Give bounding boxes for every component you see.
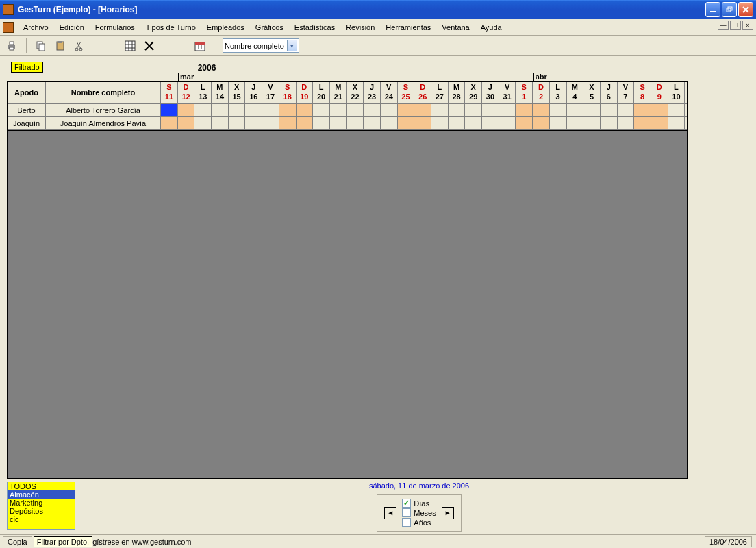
day-header[interactable]: S18 xyxy=(279,82,297,103)
day-header[interactable]: V24 xyxy=(381,82,398,103)
table-row[interactable]: BertoAlberto Torrero García xyxy=(8,104,687,117)
schedule-cell[interactable] xyxy=(516,117,533,129)
day-header[interactable]: D12 xyxy=(178,82,195,103)
schedule-cell[interactable] xyxy=(414,104,431,116)
menu-formularios[interactable]: Formularios xyxy=(90,22,140,33)
mdi-minimize-button[interactable]: — xyxy=(718,21,729,30)
schedule-cell[interactable] xyxy=(313,117,330,129)
schedule-cell[interactable] xyxy=(212,117,229,129)
schedule-cell[interactable] xyxy=(262,117,279,129)
menu-archivo[interactable]: Archivo xyxy=(18,22,54,33)
print-button[interactable] xyxy=(4,38,19,53)
schedule-cell[interactable] xyxy=(651,104,668,116)
day-header[interactable]: S8 xyxy=(634,82,651,103)
schedule-cell[interactable] xyxy=(297,117,314,129)
schedule-cell[interactable] xyxy=(567,104,584,116)
menu-gráficos[interactable]: Gráficos xyxy=(250,22,289,33)
schedule-cell[interactable] xyxy=(533,117,550,129)
schedule-cell[interactable] xyxy=(330,104,347,116)
day-header[interactable]: X5 xyxy=(583,82,601,103)
day-header[interactable]: J23 xyxy=(364,82,381,103)
filter-indicator[interactable]: Filtrado xyxy=(11,62,43,73)
day-header[interactable]: J16 xyxy=(245,82,262,103)
schedule-cell[interactable] xyxy=(668,104,685,116)
menu-tipos de turno[interactable]: Tipos de Turno xyxy=(140,22,201,33)
schedule-cell[interactable] xyxy=(634,104,651,116)
schedule-cell[interactable] xyxy=(262,104,279,116)
cell-nombre[interactable]: Alberto Torrero García xyxy=(46,104,161,116)
anos-checkbox[interactable] xyxy=(402,518,411,527)
schedule-cell[interactable] xyxy=(297,104,314,116)
day-header[interactable]: L3 xyxy=(550,82,567,103)
schedule-cell[interactable] xyxy=(465,117,482,129)
schedule-cell[interactable] xyxy=(499,117,516,129)
schedule-cell[interactable] xyxy=(194,117,212,129)
copy-button[interactable] xyxy=(34,38,49,53)
day-header[interactable]: D26 xyxy=(414,82,431,103)
day-header[interactable]: V7 xyxy=(618,82,635,103)
menu-empleados[interactable]: Empleados xyxy=(201,22,250,33)
day-header[interactable]: D9 xyxy=(651,82,668,103)
menu-edición[interactable]: Edición xyxy=(54,22,90,33)
schedule-cell[interactable] xyxy=(398,104,415,116)
mdi-close-button[interactable]: × xyxy=(742,21,753,30)
schedule-cell[interactable] xyxy=(583,104,601,116)
menu-estadísticas[interactable]: Estadísticas xyxy=(289,22,340,33)
schedule-cell[interactable] xyxy=(178,117,195,129)
schedule-cell[interactable] xyxy=(601,104,618,116)
day-header[interactable]: X15 xyxy=(229,82,246,103)
day-header[interactable]: S25 xyxy=(398,82,415,103)
day-header[interactable]: L20 xyxy=(313,82,330,103)
day-header[interactable]: S11 xyxy=(161,82,178,103)
schedule-cell[interactable] xyxy=(449,117,466,129)
day-header[interactable]: D19 xyxy=(297,82,314,103)
schedule-cell[interactable] xyxy=(161,117,178,129)
schedule-cell[interactable] xyxy=(533,104,550,116)
schedule-cell[interactable] xyxy=(347,104,364,116)
schedule-cell[interactable] xyxy=(161,104,178,116)
schedule-cell[interactable] xyxy=(212,104,229,116)
restore-button[interactable] xyxy=(722,2,737,17)
cell-apodo[interactable]: Berto xyxy=(8,104,46,116)
name-mode-select[interactable]: Nombre completo ▾ xyxy=(223,38,299,53)
delete-x-button[interactable] xyxy=(142,38,157,53)
schedule-cell[interactable] xyxy=(398,117,415,129)
day-header[interactable]: M21 xyxy=(330,82,347,103)
schedule-cell[interactable] xyxy=(279,104,297,116)
day-header[interactable]: J6 xyxy=(601,82,618,103)
day-header[interactable]: X22 xyxy=(347,82,364,103)
dept-item[interactable]: Marketing xyxy=(8,499,75,507)
schedule-cell[interactable] xyxy=(482,104,499,116)
schedule-cell[interactable] xyxy=(279,117,297,129)
schedule-cell[interactable] xyxy=(618,104,635,116)
table-row[interactable]: JoaquínJoaquín Almendros Pavía xyxy=(8,117,687,130)
schedule-cell[interactable] xyxy=(550,104,567,116)
dept-item[interactable]: TODOS xyxy=(8,482,75,490)
grid-button[interactable] xyxy=(123,38,138,53)
schedule-cell[interactable] xyxy=(245,104,262,116)
cell-nombre[interactable]: Joaquín Almendros Pavía xyxy=(46,117,161,129)
schedule-cell[interactable] xyxy=(499,104,516,116)
day-header[interactable]: L13 xyxy=(194,82,212,103)
day-header[interactable]: L10 xyxy=(668,82,685,103)
schedule-cell[interactable] xyxy=(431,117,449,129)
schedule-cell[interactable] xyxy=(313,104,330,116)
prev-button[interactable]: ◄ xyxy=(384,507,396,519)
schedule-cell[interactable] xyxy=(651,117,668,129)
department-listbox[interactable]: TODOSAlmacénMarketingDepósitoscic xyxy=(7,482,75,530)
paste-button[interactable] xyxy=(53,38,68,53)
cut-button[interactable] xyxy=(72,38,87,53)
minimize-button[interactable] xyxy=(705,2,720,17)
schedule-cell[interactable] xyxy=(516,104,533,116)
schedule-cell[interactable] xyxy=(347,117,364,129)
schedule-cell[interactable] xyxy=(364,104,381,116)
day-header[interactable]: S1 xyxy=(516,82,533,103)
col-nombre-header[interactable]: Nombre completo xyxy=(46,82,161,103)
day-header[interactable]: J30 xyxy=(482,82,499,103)
dept-item[interactable]: Depósitos xyxy=(8,507,75,515)
day-header[interactable]: X29 xyxy=(465,82,482,103)
menu-ayuda[interactable]: Ayuda xyxy=(475,22,507,33)
schedule-cell[interactable] xyxy=(449,104,466,116)
dept-item[interactable]: Almacén xyxy=(8,490,75,499)
day-header[interactable]: D2 xyxy=(533,82,550,103)
